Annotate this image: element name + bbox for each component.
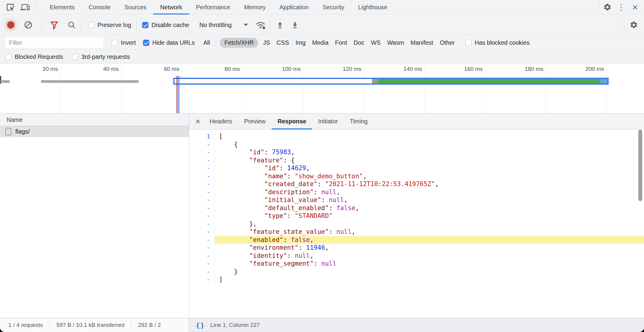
format-braces-icon[interactable]: {} <box>196 321 205 329</box>
throttling-value: No throttling <box>199 22 232 29</box>
filter-input[interactable] <box>5 38 103 48</box>
response-viewer[interactable]: 1[- {- "id": 75983,- "feature": {- "id":… <box>189 130 644 318</box>
filter-type-js[interactable]: JS <box>260 39 273 46</box>
scrollbar[interactable] <box>638 130 642 201</box>
wrap-marker[interactable]: - <box>189 260 215 268</box>
token-s: "STANDARD" <box>295 212 332 219</box>
export-har-icon[interactable] <box>290 20 300 30</box>
request-row[interactable]: flags/ <box>0 126 189 137</box>
wrap-marker[interactable]: - <box>189 268 215 276</box>
wrap-marker[interactable]: - <box>189 220 215 228</box>
code-line: - "feature": { <box>189 156 644 164</box>
detail-tab-initiator[interactable]: Initiator <box>312 113 344 129</box>
record-button[interactable] <box>7 21 14 29</box>
filter-type-media[interactable]: Media <box>309 39 332 46</box>
wrap-marker[interactable]: - <box>189 156 215 164</box>
detail-tab-headers[interactable]: Headers <box>204 113 238 129</box>
tab-performance[interactable]: Performance <box>189 0 237 14</box>
close-devtools-icon[interactable]: × <box>630 2 640 13</box>
checkbox-box[interactable] <box>5 54 12 60</box>
checkbox-box[interactable] <box>112 40 118 46</box>
throttling-select[interactable]: No throttling <box>199 22 248 29</box>
has-blocked-cookies-checkbox[interactable]: Has blocked cookies <box>465 39 529 46</box>
divider <box>42 20 42 30</box>
wrap-marker[interactable]: - <box>189 180 215 188</box>
detail-tabs: HeadersPreviewResponseInitiatorTiming <box>204 113 374 129</box>
wrap-marker[interactable]: - <box>189 164 215 172</box>
wrap-marker[interactable]: - <box>189 212 215 220</box>
tab-security[interactable]: Security <box>316 0 351 14</box>
wrap-marker[interactable]: - <box>189 276 215 284</box>
checkbox-box[interactable] <box>72 54 78 60</box>
wrap-marker[interactable]: - <box>189 188 215 196</box>
wrap-marker[interactable]: - <box>189 148 215 156</box>
name-column-header[interactable]: Name <box>0 113 189 126</box>
timeline-tick: 160 ms <box>425 64 485 113</box>
tab-network[interactable]: Network <box>153 0 189 14</box>
devtools-window: ElementsConsoleSourcesNetworkPerformance… <box>0 0 644 332</box>
tab-console[interactable]: Console <box>82 0 117 14</box>
line-number[interactable]: 1 <box>189 132 215 140</box>
filter-type-manifest[interactable]: Manifest <box>407 39 437 46</box>
network-conditions-icon[interactable] <box>255 20 266 30</box>
overview-request-bar-gray <box>41 80 139 83</box>
hide-data-urls-checkbox[interactable]: Hide data URLs <box>143 39 195 46</box>
device-toolbar-icon[interactable] <box>20 2 31 13</box>
wrap-marker[interactable]: - <box>189 228 215 236</box>
divider <box>216 38 216 47</box>
filter-funnel-icon[interactable] <box>49 20 60 30</box>
filter-type-fetch-xhr[interactable]: Fetch/XHR <box>220 38 258 48</box>
wrap-marker[interactable]: - <box>189 252 215 260</box>
code-line: - "environment": 11946, <box>189 244 644 252</box>
disable-cache-label: Disable cache <box>151 22 189 29</box>
invert-checkbox[interactable]: Invert <box>112 39 136 46</box>
token-p: : <box>321 196 329 204</box>
filter-type-ws[interactable]: WS <box>368 39 384 46</box>
wrap-marker[interactable]: - <box>189 244 215 252</box>
settings-gear-icon[interactable] <box>602 2 613 13</box>
third-party-requests-checkbox[interactable]: 3rd-party requests <box>72 53 130 60</box>
filter-type-img[interactable]: Img <box>292 39 309 46</box>
detail-tab-preview[interactable]: Preview <box>238 113 272 129</box>
import-har-icon[interactable] <box>275 20 285 30</box>
kebab-menu-icon[interactable]: ⋮ <box>616 2 627 13</box>
token-p: [ <box>219 133 223 140</box>
tab-sources[interactable]: Sources <box>118 0 153 14</box>
filter-type-other[interactable]: Other <box>437 39 458 46</box>
wrap-marker[interactable]: - <box>189 140 215 149</box>
tab-memory[interactable]: Memory <box>237 0 273 14</box>
blocked-requests-checkbox[interactable]: Blocked Requests <box>5 53 63 60</box>
code-text: "created_date": "2021-11-12T10:22:53.419… <box>215 180 644 188</box>
filter-type-css[interactable]: CSS <box>273 39 292 46</box>
checkbox-box[interactable] <box>465 40 472 46</box>
disable-cache-checkbox[interactable]: Disable cache <box>142 22 189 29</box>
wrap-marker[interactable]: - <box>189 236 215 244</box>
network-settings-gear-icon[interactable] <box>628 20 639 30</box>
token-p: , <box>344 196 348 204</box>
wrap-marker[interactable]: - <box>189 172 215 180</box>
preserve-log-checkbox[interactable]: Preserve log <box>88 22 131 29</box>
token-k: "name" <box>264 173 287 180</box>
checkbox-box[interactable] <box>143 40 149 46</box>
close-detail-icon[interactable]: × <box>192 113 204 129</box>
network-overview[interactable]: 20 ms40 ms60 ms80 ms100 ms120 ms140 ms16… <box>0 64 644 113</box>
filter-type-doc[interactable]: Doc <box>350 39 368 46</box>
wrap-marker[interactable]: - <box>189 196 215 204</box>
clear-icon[interactable] <box>23 20 34 30</box>
checkbox-box[interactable] <box>88 22 94 28</box>
tab-elements[interactable]: Elements <box>43 0 82 14</box>
filter-type-wasm[interactable]: Wasm <box>384 39 407 46</box>
tab-lighthouse[interactable]: Lighthouse <box>351 0 394 14</box>
code-line: - } <box>189 268 644 276</box>
detail-tab-response[interactable]: Response <box>272 113 312 129</box>
token-p: : <box>314 260 321 267</box>
tab-application[interactable]: Application <box>273 0 316 14</box>
filter-type-font[interactable]: Font <box>332 39 350 46</box>
search-icon[interactable] <box>66 20 77 30</box>
token-p: , <box>363 173 367 180</box>
wrap-marker[interactable]: - <box>189 204 215 212</box>
checkbox-box[interactable] <box>142 22 148 28</box>
detail-tab-timing[interactable]: Timing <box>344 113 374 129</box>
inspect-element-icon[interactable] <box>5 2 16 13</box>
filter-type-all[interactable]: All <box>200 39 213 46</box>
